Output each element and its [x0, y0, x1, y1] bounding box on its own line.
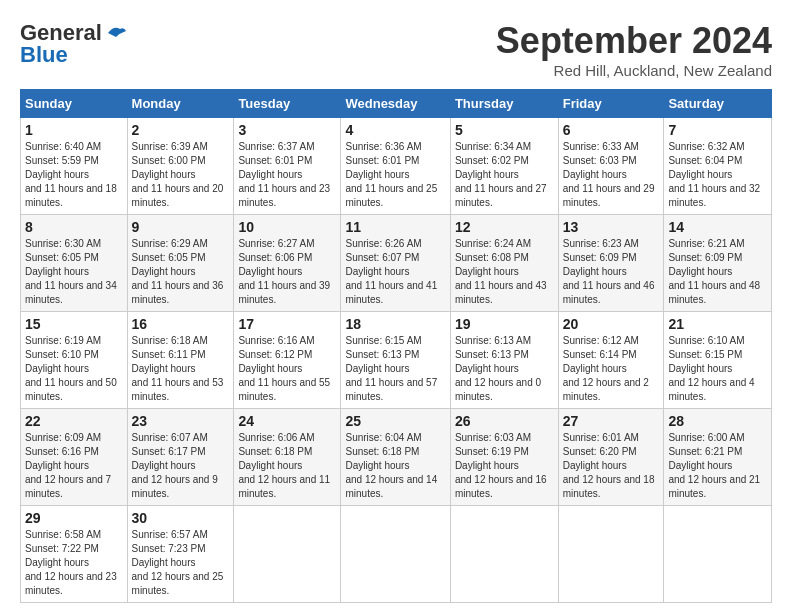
day-info: Sunrise: 6:00 AMSunset: 6:21 PMDaylight …	[668, 432, 760, 499]
col-monday: Monday	[127, 90, 234, 118]
day-number: 16	[132, 316, 230, 332]
day-number: 27	[563, 413, 660, 429]
day-number: 3	[238, 122, 336, 138]
table-row: 2 Sunrise: 6:39 AMSunset: 6:00 PMDayligh…	[127, 118, 234, 215]
calendar-header-row: Sunday Monday Tuesday Wednesday Thursday…	[21, 90, 772, 118]
calendar-week-row: 22 Sunrise: 6:09 AMSunset: 6:16 PMDaylig…	[21, 409, 772, 506]
table-row: 15 Sunrise: 6:19 AMSunset: 6:10 PMDaylig…	[21, 312, 128, 409]
table-row: 27 Sunrise: 6:01 AMSunset: 6:20 PMDaylig…	[558, 409, 664, 506]
day-info: Sunrise: 6:18 AMSunset: 6:11 PMDaylight …	[132, 335, 224, 402]
calendar-week-row: 1 Sunrise: 6:40 AMSunset: 5:59 PMDayligh…	[21, 118, 772, 215]
table-row: 28 Sunrise: 6:00 AMSunset: 6:21 PMDaylig…	[664, 409, 772, 506]
table-row: 30 Sunrise: 6:57 AMSunset: 7:23 PMDaylig…	[127, 506, 234, 603]
logo: General Blue	[20, 20, 128, 68]
table-row	[450, 506, 558, 603]
day-number: 14	[668, 219, 767, 235]
day-info: Sunrise: 6:21 AMSunset: 6:09 PMDaylight …	[668, 238, 760, 305]
col-thursday: Thursday	[450, 90, 558, 118]
day-info: Sunrise: 6:24 AMSunset: 6:08 PMDaylight …	[455, 238, 547, 305]
col-sunday: Sunday	[21, 90, 128, 118]
table-row: 29 Sunrise: 6:58 AMSunset: 7:22 PMDaylig…	[21, 506, 128, 603]
day-number: 8	[25, 219, 123, 235]
table-row: 20 Sunrise: 6:12 AMSunset: 6:14 PMDaylig…	[558, 312, 664, 409]
day-info: Sunrise: 6:16 AMSunset: 6:12 PMDaylight …	[238, 335, 330, 402]
day-info: Sunrise: 6:13 AMSunset: 6:13 PMDaylight …	[455, 335, 541, 402]
day-number: 29	[25, 510, 123, 526]
day-number: 1	[25, 122, 123, 138]
day-info: Sunrise: 6:29 AMSunset: 6:05 PMDaylight …	[132, 238, 224, 305]
col-saturday: Saturday	[664, 90, 772, 118]
table-row: 11 Sunrise: 6:26 AMSunset: 6:07 PMDaylig…	[341, 215, 450, 312]
calendar-week-row: 8 Sunrise: 6:30 AMSunset: 6:05 PMDayligh…	[21, 215, 772, 312]
table-row: 26 Sunrise: 6:03 AMSunset: 6:19 PMDaylig…	[450, 409, 558, 506]
day-number: 9	[132, 219, 230, 235]
day-info: Sunrise: 6:40 AMSunset: 5:59 PMDaylight …	[25, 141, 117, 208]
month-year-title: September 2024	[496, 20, 772, 62]
day-info: Sunrise: 6:58 AMSunset: 7:22 PMDaylight …	[25, 529, 117, 596]
table-row: 3 Sunrise: 6:37 AMSunset: 6:01 PMDayligh…	[234, 118, 341, 215]
day-info: Sunrise: 6:12 AMSunset: 6:14 PMDaylight …	[563, 335, 649, 402]
table-row: 24 Sunrise: 6:06 AMSunset: 6:18 PMDaylig…	[234, 409, 341, 506]
day-info: Sunrise: 6:30 AMSunset: 6:05 PMDaylight …	[25, 238, 117, 305]
table-row	[558, 506, 664, 603]
day-info: Sunrise: 6:37 AMSunset: 6:01 PMDaylight …	[238, 141, 330, 208]
table-row: 9 Sunrise: 6:29 AMSunset: 6:05 PMDayligh…	[127, 215, 234, 312]
col-friday: Friday	[558, 90, 664, 118]
table-row: 18 Sunrise: 6:15 AMSunset: 6:13 PMDaylig…	[341, 312, 450, 409]
day-info: Sunrise: 6:39 AMSunset: 6:00 PMDaylight …	[132, 141, 224, 208]
day-number: 15	[25, 316, 123, 332]
table-row	[664, 506, 772, 603]
day-number: 28	[668, 413, 767, 429]
table-row: 4 Sunrise: 6:36 AMSunset: 6:01 PMDayligh…	[341, 118, 450, 215]
day-number: 12	[455, 219, 554, 235]
day-info: Sunrise: 6:01 AMSunset: 6:20 PMDaylight …	[563, 432, 655, 499]
table-row	[234, 506, 341, 603]
day-number: 17	[238, 316, 336, 332]
day-info: Sunrise: 6:26 AMSunset: 6:07 PMDaylight …	[345, 238, 437, 305]
day-info: Sunrise: 6:19 AMSunset: 6:10 PMDaylight …	[25, 335, 117, 402]
day-number: 25	[345, 413, 445, 429]
day-info: Sunrise: 6:04 AMSunset: 6:18 PMDaylight …	[345, 432, 437, 499]
table-row: 21 Sunrise: 6:10 AMSunset: 6:15 PMDaylig…	[664, 312, 772, 409]
calendar-week-row: 29 Sunrise: 6:58 AMSunset: 7:22 PMDaylig…	[21, 506, 772, 603]
table-row: 13 Sunrise: 6:23 AMSunset: 6:09 PMDaylig…	[558, 215, 664, 312]
day-number: 19	[455, 316, 554, 332]
day-info: Sunrise: 6:32 AMSunset: 6:04 PMDaylight …	[668, 141, 760, 208]
day-info: Sunrise: 6:07 AMSunset: 6:17 PMDaylight …	[132, 432, 218, 499]
logo-bird-icon	[106, 25, 128, 41]
table-row: 16 Sunrise: 6:18 AMSunset: 6:11 PMDaylig…	[127, 312, 234, 409]
day-info: Sunrise: 6:27 AMSunset: 6:06 PMDaylight …	[238, 238, 330, 305]
day-number: 10	[238, 219, 336, 235]
day-number: 26	[455, 413, 554, 429]
day-number: 2	[132, 122, 230, 138]
day-info: Sunrise: 6:23 AMSunset: 6:09 PMDaylight …	[563, 238, 655, 305]
day-number: 20	[563, 316, 660, 332]
day-number: 5	[455, 122, 554, 138]
location-subtitle: Red Hill, Auckland, New Zealand	[496, 62, 772, 79]
day-info: Sunrise: 6:09 AMSunset: 6:16 PMDaylight …	[25, 432, 111, 499]
col-wednesday: Wednesday	[341, 90, 450, 118]
day-number: 11	[345, 219, 445, 235]
table-row: 6 Sunrise: 6:33 AMSunset: 6:03 PMDayligh…	[558, 118, 664, 215]
table-row: 23 Sunrise: 6:07 AMSunset: 6:17 PMDaylig…	[127, 409, 234, 506]
table-row: 1 Sunrise: 6:40 AMSunset: 5:59 PMDayligh…	[21, 118, 128, 215]
calendar-week-row: 15 Sunrise: 6:19 AMSunset: 6:10 PMDaylig…	[21, 312, 772, 409]
table-row: 25 Sunrise: 6:04 AMSunset: 6:18 PMDaylig…	[341, 409, 450, 506]
table-row: 12 Sunrise: 6:24 AMSunset: 6:08 PMDaylig…	[450, 215, 558, 312]
day-info: Sunrise: 6:10 AMSunset: 6:15 PMDaylight …	[668, 335, 754, 402]
table-row: 19 Sunrise: 6:13 AMSunset: 6:13 PMDaylig…	[450, 312, 558, 409]
day-number: 30	[132, 510, 230, 526]
day-info: Sunrise: 6:06 AMSunset: 6:18 PMDaylight …	[238, 432, 330, 499]
table-row: 5 Sunrise: 6:34 AMSunset: 6:02 PMDayligh…	[450, 118, 558, 215]
table-row: 7 Sunrise: 6:32 AMSunset: 6:04 PMDayligh…	[664, 118, 772, 215]
day-number: 7	[668, 122, 767, 138]
day-info: Sunrise: 6:33 AMSunset: 6:03 PMDaylight …	[563, 141, 655, 208]
day-info: Sunrise: 6:36 AMSunset: 6:01 PMDaylight …	[345, 141, 437, 208]
title-section: September 2024 Red Hill, Auckland, New Z…	[496, 20, 772, 79]
day-number: 4	[345, 122, 445, 138]
calendar-table: Sunday Monday Tuesday Wednesday Thursday…	[20, 89, 772, 603]
day-number: 22	[25, 413, 123, 429]
table-row: 17 Sunrise: 6:16 AMSunset: 6:12 PMDaylig…	[234, 312, 341, 409]
day-info: Sunrise: 6:03 AMSunset: 6:19 PMDaylight …	[455, 432, 547, 499]
day-number: 24	[238, 413, 336, 429]
